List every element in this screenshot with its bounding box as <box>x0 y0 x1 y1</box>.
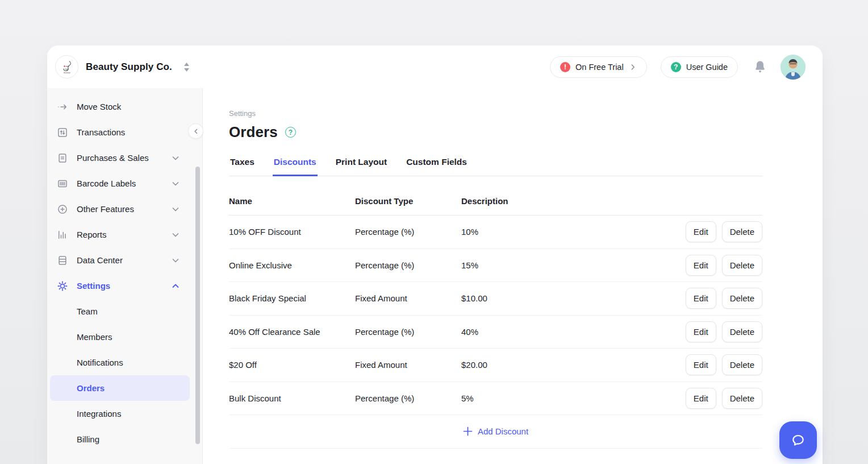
delete-button[interactable]: Delete <box>722 354 762 375</box>
delete-button[interactable]: Delete <box>722 255 762 276</box>
sidebar-subitem-label: Members <box>77 332 112 342</box>
chevron-down-icon <box>171 230 180 239</box>
discount-name: $20 Off <box>229 360 355 370</box>
sidebar-scrollbar[interactable] <box>195 167 200 444</box>
sidebar-item-settings[interactable]: Settings <box>50 273 190 299</box>
workspace: Move Stock Transactions <box>47 88 823 464</box>
table-row: Bulk Discount Percentage (%) 5% Edit Del… <box>229 382 762 416</box>
edit-button[interactable]: Edit <box>686 321 716 342</box>
edit-button[interactable]: Edit <box>686 388 716 409</box>
table-row: Black Friday Special Fixed Amount $10.00… <box>229 282 762 316</box>
table-row: 10% OFF Discount Percentage (%) 10% Edit… <box>229 216 762 249</box>
app-window: beauty Beauty Supply Co. ! On Free Trial… <box>47 45 823 464</box>
sidebar-item-billing[interactable]: Billing <box>50 426 190 452</box>
discount-type: Percentage (%) <box>355 260 461 270</box>
discount-description: $10.00 <box>461 293 686 303</box>
discount-type: Percentage (%) <box>355 327 461 337</box>
table-row: $20 Off Fixed Amount $20.00 Edit Delete <box>229 349 762 382</box>
barcode-icon <box>57 178 68 189</box>
trial-label: On Free Trial <box>575 63 624 72</box>
discount-type: Percentage (%) <box>355 393 461 403</box>
sidebar-item-purchases-sales[interactable]: Purchases & Sales <box>50 145 190 171</box>
edit-button[interactable]: Edit <box>686 221 716 242</box>
discount-name: 40% Off Clearance Sale <box>229 327 355 337</box>
discount-description: 40% <box>461 327 686 337</box>
sidebar-subitem-label: Orders <box>77 383 105 393</box>
table-row: 40% Off Clearance Sale Percentage (%) 40… <box>229 316 762 349</box>
sidebar-item-label: Data Center <box>77 255 171 265</box>
discount-name: 10% OFF Discount <box>229 227 355 237</box>
delete-button[interactable]: Delete <box>722 388 762 409</box>
column-header-description: Description <box>461 196 762 206</box>
edit-button[interactable]: Edit <box>686 354 716 375</box>
table-row: Online Exclusive Percentage (%) 15% Edit… <box>229 249 762 283</box>
app-screen: beauty Beauty Supply Co. ! On Free Trial… <box>0 0 868 464</box>
chevron-down-icon <box>171 179 180 188</box>
sidebar-subitem-label: Billing <box>77 434 99 444</box>
breadcrumb: Settings <box>229 109 762 118</box>
edit-button[interactable]: Edit <box>686 288 716 309</box>
edit-button[interactable]: Edit <box>686 255 716 276</box>
company-logo: beauty <box>55 55 78 78</box>
gear-icon <box>57 280 68 292</box>
chat-bubble-icon <box>790 432 807 449</box>
add-discount-button[interactable]: Add Discount <box>229 415 762 449</box>
sidebar-subitem-label: Team <box>77 306 98 316</box>
notifications-bell-icon[interactable] <box>753 60 767 74</box>
table-header: Name Discount Type Description <box>229 187 762 216</box>
chevron-down-icon <box>171 205 180 214</box>
sidebar-item-notifications[interactable]: Notifications <box>50 350 190 375</box>
sidebar-item-other-features[interactable]: Other Features <box>50 196 190 222</box>
sidebar-nav: Move Stock Transactions <box>47 88 203 464</box>
column-header-name: Name <box>229 196 355 206</box>
discount-description: $20.00 <box>461 360 686 370</box>
plus-circle-icon <box>57 204 68 215</box>
beauty-logo-icon: beauty <box>59 59 76 76</box>
sidebar-item-move-stock[interactable]: Move Stock <box>50 94 190 119</box>
tab-discounts[interactable]: Discounts <box>273 157 318 176</box>
plus-icon <box>463 426 473 436</box>
database-icon <box>57 255 68 266</box>
delete-button[interactable]: Delete <box>722 321 762 342</box>
sidebar-collapse-button[interactable] <box>188 123 203 139</box>
sidebar-item-label: Move Stock <box>77 102 190 111</box>
chevron-down-icon <box>171 256 180 265</box>
sidebar-item-barcode-labels[interactable]: Barcode Labels <box>50 171 190 196</box>
help-icon[interactable]: ? <box>285 127 296 138</box>
chat-support-button[interactable] <box>779 421 817 459</box>
discount-description: 10% <box>461 227 686 237</box>
question-icon: ? <box>671 62 681 72</box>
tab-taxes[interactable]: Taxes <box>229 157 256 176</box>
transactions-icon <box>57 127 68 138</box>
sidebar-item-reports[interactable]: Reports <box>50 222 190 247</box>
sidebar-item-data-center[interactable]: Data Center <box>50 247 190 273</box>
delete-button[interactable]: Delete <box>722 288 762 309</box>
delete-button[interactable]: Delete <box>722 221 762 242</box>
orders-tabs: Taxes Discounts Print Layout Custom Fiel… <box>229 157 762 176</box>
sidebar-item-label: Other Features <box>77 204 171 214</box>
user-guide-button[interactable]: ? User Guide <box>661 56 738 78</box>
free-trial-button[interactable]: ! On Free Trial <box>550 56 647 78</box>
sidebar-item-orders[interactable]: Orders <box>50 375 190 401</box>
sidebar-item-team[interactable]: Team <box>50 299 190 324</box>
sidebar-item-transactions[interactable]: Transactions <box>50 119 190 145</box>
tab-print-layout[interactable]: Print Layout <box>335 157 388 176</box>
tab-custom-fields[interactable]: Custom Fields <box>405 157 468 176</box>
discount-type: Fixed Amount <box>355 293 461 303</box>
move-stock-icon <box>57 101 68 113</box>
sidebar-item-integrations[interactable]: Integrations <box>50 401 190 426</box>
user-guide-label: User Guide <box>686 63 728 72</box>
sidebar-item-members[interactable]: Members <box>50 324 190 350</box>
purchases-icon <box>57 152 68 164</box>
trial-badge-icon: ! <box>560 62 570 72</box>
discount-type: Fixed Amount <box>355 360 461 370</box>
column-header-discount-type: Discount Type <box>355 196 461 206</box>
user-avatar[interactable] <box>781 55 806 80</box>
discount-name: Black Friday Special <box>229 293 355 303</box>
company-name: Beauty Supply Co. <box>86 61 172 73</box>
chevron-down-icon <box>171 154 180 163</box>
top-header: beauty Beauty Supply Co. ! On Free Trial… <box>47 45 823 88</box>
company-switcher-icon[interactable] <box>183 63 190 72</box>
sidebar-item-label: Transactions <box>77 127 190 137</box>
discount-description: 5% <box>461 393 686 403</box>
